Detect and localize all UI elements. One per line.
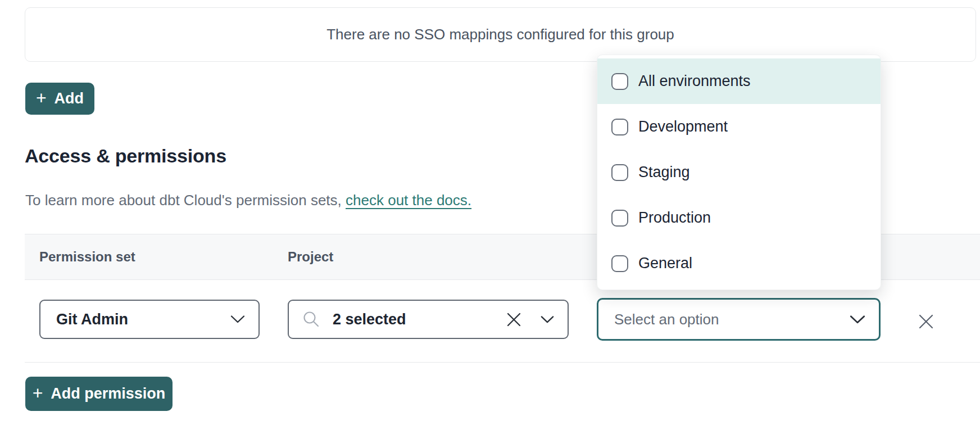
row-divider [25,362,980,363]
group-settings-page: There are no SSO mappings configured for… [0,0,980,434]
plus-icon: + [33,384,43,402]
docs-link[interactable]: check out the docs. [346,192,471,209]
page-title: Access & permissions [25,145,226,167]
option-label: General [638,255,692,272]
permission-set-select[interactable]: Git Admin [39,300,260,339]
dropdown-option-staging[interactable]: Staging [597,150,881,195]
chevron-down-icon [230,315,245,324]
option-label: Staging [638,164,690,181]
dropdown-option-production[interactable]: Production [597,195,881,241]
add-button-label: Add [55,90,84,107]
remove-permission-button[interactable] [917,313,935,331]
environment-placeholder: Select an option [614,311,719,328]
plus-icon: + [36,89,47,107]
dropdown-option-general[interactable]: General [597,241,881,286]
sso-empty-state: There are no SSO mappings configured for… [25,7,976,62]
description-text: To learn more about dbt Cloud's permissi… [25,192,346,209]
column-header-project: Project [288,234,333,279]
checkbox-icon[interactable] [611,73,628,90]
chevron-down-icon [850,315,865,324]
checkbox-icon[interactable] [611,210,628,227]
checkbox-icon[interactable] [611,119,628,135]
add-permission-label: Add permission [51,385,165,403]
permissions-description: To learn more about dbt Cloud's permissi… [25,192,471,209]
environment-dropdown: All environments Development Staging Pro… [597,55,881,290]
add-permission-button[interactable]: + Add permission [25,377,173,411]
search-icon [302,310,320,328]
clear-selection-icon[interactable] [506,312,521,327]
sso-empty-message: There are no SSO mappings configured for… [326,26,674,43]
column-header-permission-set: Permission set [39,234,135,279]
checkbox-icon[interactable] [611,255,628,272]
option-label: All environments [638,73,751,90]
add-sso-mapping-button[interactable]: + Add [25,83,94,115]
chevron-down-icon [541,315,554,324]
dropdown-option-all-environments[interactable]: All environments [597,58,881,104]
option-label: Development [638,118,728,135]
dropdown-option-development[interactable]: Development [597,104,881,150]
project-select[interactable]: 2 selected [288,300,569,339]
project-selected-count: 2 selected [333,311,406,328]
close-icon [918,313,934,330]
option-label: Production [638,209,711,227]
environment-select[interactable]: Select an option [597,298,881,341]
permission-set-value: Git Admin [56,311,128,328]
checkbox-icon[interactable] [611,164,628,181]
